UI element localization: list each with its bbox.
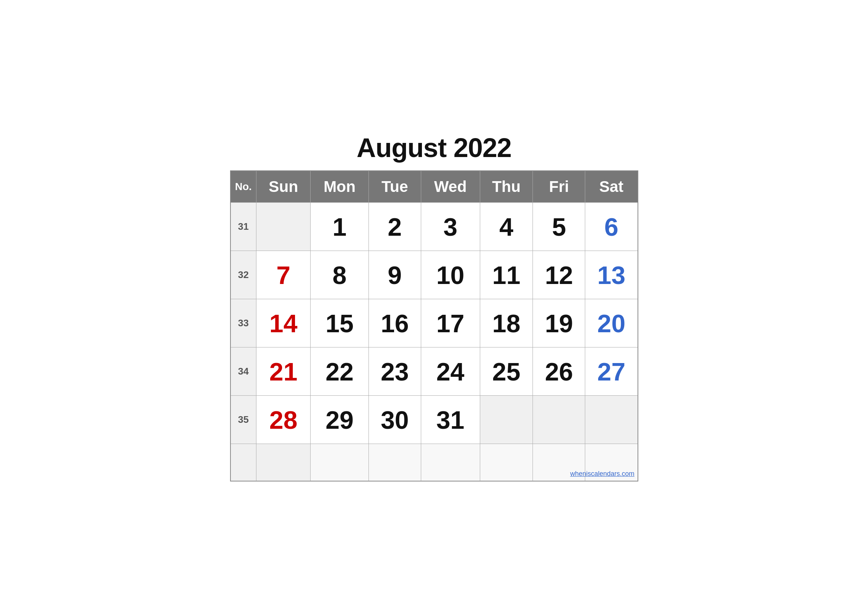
last-day-cell: [421, 444, 480, 481]
day-cell: 30: [369, 396, 421, 444]
day-cell: 4: [480, 203, 533, 251]
day-cell: [480, 396, 533, 444]
day-cell: 26: [533, 347, 585, 396]
day-cell: 1: [311, 203, 369, 251]
last-day-cell: [369, 444, 421, 481]
last-day-cell: [311, 444, 369, 481]
week-number: 31: [231, 203, 256, 251]
day-cell: 27: [585, 347, 638, 396]
week-row: 31123456: [231, 203, 638, 251]
week-number: 32: [231, 251, 256, 299]
day-cell: 12: [533, 251, 585, 299]
day-cell: 8: [311, 251, 369, 299]
last-no-cell: [231, 444, 256, 481]
header-row: No. Sun Mon Tue Wed Thu Fri Sat: [231, 171, 638, 203]
last-day-cell: [480, 444, 533, 481]
week-number: 34: [231, 347, 256, 396]
day-cell: 31: [421, 396, 480, 444]
header-tue: Tue: [369, 171, 421, 203]
header-thu: Thu: [480, 171, 533, 203]
day-cell: 24: [421, 347, 480, 396]
day-cell: 21: [256, 347, 311, 396]
calendar-body: 3112345632789101112133314151617181920342…: [231, 203, 638, 481]
week-number: 35: [231, 396, 256, 444]
last-day-cell: wheniscalendars.com: [585, 444, 638, 481]
day-cell: 14: [256, 299, 311, 347]
day-cell: 28: [256, 396, 311, 444]
day-cell: 25: [480, 347, 533, 396]
day-cell: 22: [311, 347, 369, 396]
header-fri: Fri: [533, 171, 585, 203]
header-sun: Sun: [256, 171, 311, 203]
week-row: 3314151617181920: [231, 299, 638, 347]
day-cell: [533, 396, 585, 444]
week-row: 3528293031: [231, 396, 638, 444]
calendar-container: August 2022 No. Sun Mon Tue Wed Thu Fri …: [230, 133, 638, 481]
day-cell: 11: [480, 251, 533, 299]
week-number: 33: [231, 299, 256, 347]
header-no: No.: [231, 171, 256, 203]
day-cell: [585, 396, 638, 444]
week-row: 3278910111213: [231, 251, 638, 299]
header-wed: Wed: [421, 171, 480, 203]
day-cell: 15: [311, 299, 369, 347]
day-cell: 5: [533, 203, 585, 251]
last-empty-row: wheniscalendars.com: [231, 444, 638, 481]
day-cell: 7: [256, 251, 311, 299]
day-cell: 2: [369, 203, 421, 251]
calendar-table: No. Sun Mon Tue Wed Thu Fri Sat 31123456…: [230, 171, 638, 481]
watermark-link[interactable]: wheniscalendars.com: [570, 470, 634, 478]
header-sat: Sat: [585, 171, 638, 203]
day-cell: 19: [533, 299, 585, 347]
week-row: 3421222324252627: [231, 347, 638, 396]
day-cell: 29: [311, 396, 369, 444]
day-cell: 10: [421, 251, 480, 299]
day-cell: 16: [369, 299, 421, 347]
day-cell: 3: [421, 203, 480, 251]
day-cell: [256, 203, 311, 251]
day-cell: 23: [369, 347, 421, 396]
day-cell: 6: [585, 203, 638, 251]
day-cell: 9: [369, 251, 421, 299]
day-cell: 18: [480, 299, 533, 347]
last-day-cell: [256, 444, 311, 481]
day-cell: 17: [421, 299, 480, 347]
day-cell: 13: [585, 251, 638, 299]
calendar-title: August 2022: [230, 133, 638, 163]
header-mon: Mon: [311, 171, 369, 203]
day-cell: 20: [585, 299, 638, 347]
